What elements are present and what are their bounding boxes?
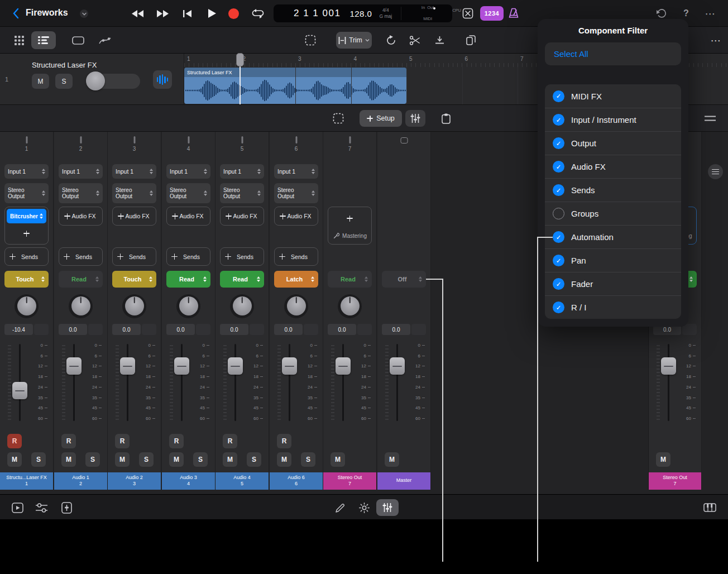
track-mute-button[interactable]: M [32,74,49,89]
mute-button[interactable]: M [385,452,399,467]
mixer-marquee-button[interactable] [329,110,347,127]
filter-item[interactable]: ✓ Automation [545,225,681,248]
volume-readout[interactable]: 0.0 [166,324,210,335]
filter-item[interactable]: ✓ Pan [545,248,681,272]
output-select[interactable]: Stereo Output [112,183,156,203]
project-menu-button[interactable] [80,9,88,18]
automation-mode-button[interactable]: Read [59,271,103,288]
pan-knob[interactable] [215,291,269,321]
add-send-button[interactable]: Sends [166,247,210,266]
pan-knob[interactable] [323,291,376,321]
input-select[interactable]: Input 1 [166,164,210,179]
pan-knob[interactable] [270,291,323,321]
project-title[interactable]: Fireworks [26,8,68,18]
add-audio-fx-button[interactable]: Audio FX [276,209,316,223]
mixer-list-button[interactable] [701,110,719,127]
mute-button[interactable]: M [277,452,291,467]
editor-more-button[interactable]: ⋯ [705,31,727,49]
cycle-button[interactable] [250,6,266,21]
fx-plugin-button[interactable]: Bitcrusher [7,209,46,223]
record-enable-button[interactable]: R [7,434,22,448]
add-audio-fx-button[interactable]: Audio FX [61,209,100,223]
mute-button[interactable]: M [169,452,184,467]
pencil-tool-button[interactable] [332,499,348,516]
channel-name-plate[interactable]: Stereo Out 7 [323,472,376,490]
count-in-button[interactable] [460,6,476,21]
add-send-button[interactable]: Sends [112,247,156,266]
plugin-controls-button[interactable] [58,499,75,516]
record-enable-button[interactable]: R [277,434,291,448]
fader-cap[interactable] [66,357,82,375]
record-enable-button[interactable]: R [61,434,76,448]
fader-cap[interactable] [12,382,27,399]
solo-button[interactable]: S [193,452,208,467]
mute-button[interactable]: M [331,452,345,467]
add-send-button[interactable]: Sends [4,247,49,266]
mixer-meters-button[interactable] [376,499,399,516]
filter-item[interactable]: ✓ Groups [545,202,681,225]
fader-cap[interactable] [661,357,676,375]
lcd-display[interactable]: 2 1 1 001 128.0 4/4 G maj In Out MIDI CP… [274,4,452,22]
output-select[interactable]: Stereo Output [59,183,103,203]
automation-mode-button[interactable]: Read [220,271,264,288]
automation-mode-button[interactable]: Read [166,271,210,288]
fader[interactable]: 06121824354560 [382,342,426,425]
add-audio-fx-button[interactable]: Audio FX [169,209,208,223]
channel-name-plate[interactable]: Audio 3 4 [162,472,215,490]
channel-name-plate[interactable]: Audio 2 3 [108,472,161,490]
fader[interactable]: 06121824354560 [166,342,210,425]
forward-button[interactable] [155,6,170,21]
fader[interactable]: 06121824354560 [4,342,49,425]
keyboard-button[interactable] [701,499,718,516]
mute-button[interactable]: M [115,452,130,467]
input-select[interactable]: Input 1 [274,164,318,179]
mute-button[interactable]: M [223,452,237,467]
live-loops-grid-button[interactable] [8,31,30,49]
filter-item[interactable]: ✓ MIDI FX [545,84,681,108]
channel-name-plate[interactable]: Audio 6 6 [270,472,323,490]
automation-view-button[interactable] [94,31,116,49]
track-solo-button[interactable]: S [55,74,73,89]
track-header[interactable]: 1 Structured Laser FX M S [0,54,184,104]
more-button[interactable]: ⋯ [702,6,718,21]
fader[interactable]: 06121824354560 [220,342,264,425]
volume-readout[interactable]: 0.0 [382,324,426,335]
go-to-beginning-button[interactable] [179,6,195,21]
back-button[interactable] [8,6,23,21]
pan-knob[interactable] [162,291,215,321]
record-button[interactable] [226,6,241,21]
channel-name-plate[interactable]: Audio 4 5 [215,472,269,490]
mute-button[interactable]: M [61,452,76,467]
add-send-button[interactable]: Sends [59,247,103,266]
automation-mode-button[interactable]: Off [382,271,426,288]
mastering-plugin-button[interactable]: Mastering [330,229,370,242]
volume-readout[interactable]: 0.0 [220,324,264,335]
output-select[interactable]: Stereo Output [274,183,318,203]
automation-mode-button[interactable]: Touch [4,271,49,288]
channel-name-plate[interactable]: Structu...Laser FX 1 [0,472,53,490]
add-audio-fx-button[interactable]: Audio FX [114,209,154,223]
marquee-tool-button[interactable] [301,31,319,49]
mixer-paste-button[interactable] [437,110,455,127]
trim-tool-button[interactable]: Trim [336,32,372,49]
track-volume-slider[interactable] [87,74,140,89]
select-all-button[interactable]: Select All [545,42,681,65]
channel-name-plate[interactable]: Stereo Out 7 [649,472,701,490]
solo-button[interactable]: S [31,452,46,467]
browser-button[interactable] [9,499,26,516]
fader[interactable]: 06121824354560 [653,342,697,425]
pan-knob[interactable] [54,291,107,321]
automation-mode-button[interactable]: Touch [112,271,156,288]
solo-button[interactable]: S [139,452,154,467]
volume-readout[interactable]: 0.0 [112,324,156,335]
channel-name-plate[interactable]: Audio 1 2 [54,472,107,490]
fader-cap[interactable] [120,357,135,375]
mute-button[interactable]: M [656,452,670,467]
filter-item[interactable]: ✓ Fader [545,272,681,295]
output-select[interactable]: Stereo Output [166,183,210,203]
add-send-button[interactable]: Sends [274,247,318,266]
input-monitor-button[interactable] [153,70,172,89]
fader-cap[interactable] [228,357,243,375]
fader[interactable]: 06121824354560 [274,342,318,425]
mixer-setup-button[interactable]: Setup [360,110,402,127]
